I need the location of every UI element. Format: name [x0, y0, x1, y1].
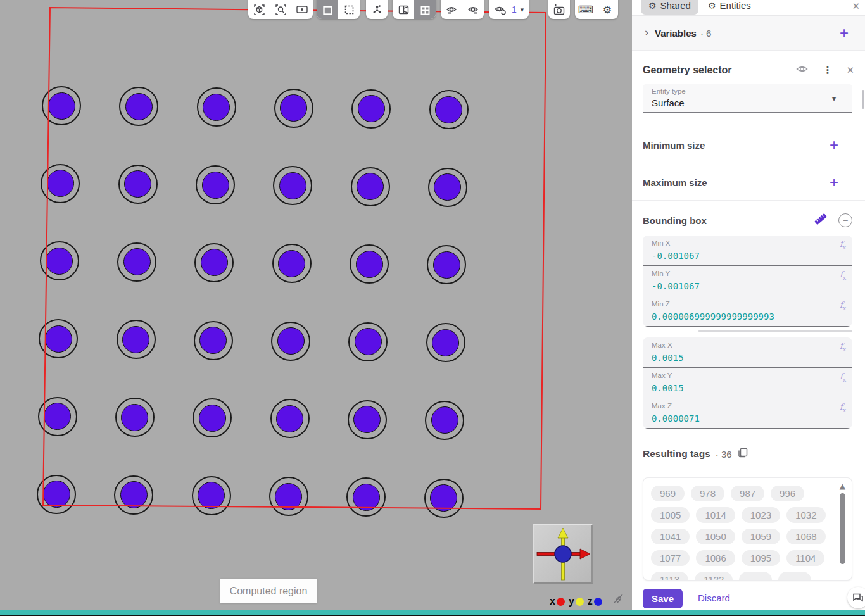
hole-inner-disc[interactable] [199, 327, 227, 354]
visibility-history-icon[interactable] [489, 0, 510, 19]
resulting-tags-list[interactable]: 9699789879961005101410231032104110501059… [643, 477, 852, 581]
hide-selected-icon[interactable] [441, 0, 462, 19]
hole-outer-ring[interactable] [38, 397, 77, 436]
perspective-view-button[interactable] [393, 0, 414, 19]
screenshot-icon[interactable] [548, 0, 570, 19]
bounding-box-field[interactable]: Max Y 0.0015 fx [643, 368, 852, 398]
bounding-box-field[interactable]: Max X 0.0015 fx [643, 337, 852, 368]
tag-chip[interactable]: 1095 [742, 550, 780, 566]
hole-inner-disc[interactable] [199, 405, 226, 432]
hole-outer-ring[interactable] [348, 322, 388, 361]
hole-inner-disc[interactable] [198, 482, 225, 509]
tag-chip[interactable]: 1104 [786, 550, 824, 566]
panel-scrollbar[interactable] [862, 90, 864, 109]
tags-scrollbar[interactable] [840, 493, 845, 564]
transform-gizmo-button[interactable] [366, 0, 388, 19]
hole-inner-disc[interactable] [355, 328, 382, 355]
minz-horizontal-scrollbar[interactable] [698, 330, 852, 332]
hole-outer-ring[interactable] [42, 86, 81, 125]
tag-chip[interactable]: 1041 [651, 529, 690, 544]
hole-inner-disc[interactable] [430, 484, 457, 512]
hole-outer-ring[interactable] [269, 477, 308, 516]
hole-outer-ring[interactable] [346, 477, 386, 517]
tag-chip[interactable]: 1023 [742, 507, 780, 523]
hole-outer-ring[interactable] [272, 244, 312, 283]
hole-outer-ring[interactable] [194, 321, 233, 360]
tag-chip[interactable]: 1059 [742, 529, 780, 544]
visible-layer-count[interactable]: 1 [510, 4, 519, 19]
fit-view-button[interactable] [248, 0, 270, 19]
hole-outer-ring[interactable] [348, 400, 387, 439]
kebab-menu-icon[interactable]: ⋮ [823, 65, 832, 76]
hole-inner-disc[interactable] [432, 329, 459, 356]
hole-outer-ring[interactable] [429, 90, 469, 129]
hole-inner-disc[interactable] [121, 404, 148, 431]
hole-inner-disc[interactable] [46, 248, 73, 275]
hole-inner-disc[interactable] [48, 92, 75, 120]
hole-inner-disc[interactable] [124, 170, 151, 198]
ruler-icon[interactable] [813, 211, 828, 229]
hole-inner-disc[interactable] [280, 94, 307, 122]
hole-outer-ring[interactable] [114, 475, 153, 515]
tag-chip[interactable]: 987 [731, 486, 764, 501]
3d-viewport[interactable]: 1 ▾ ⌨ ⚙ xyz [0, 0, 632, 610]
hole-outer-ring[interactable] [41, 164, 80, 203]
field-value[interactable]: 0.0000071 [652, 413, 700, 424]
hole-inner-disc[interactable] [358, 95, 385, 122]
hole-outer-ring[interactable] [115, 398, 155, 437]
tag-chip[interactable]: 1014 [696, 507, 735, 523]
hole-outer-ring[interactable] [39, 319, 78, 358]
hole-inner-disc[interactable] [44, 403, 71, 430]
close-selector-icon[interactable]: ✕ [846, 65, 854, 76]
copy-tags-icon[interactable] [737, 447, 748, 461]
hole-inner-disc[interactable] [279, 172, 306, 199]
bounding-box-field[interactable]: Max Z 0.0000071 fx [643, 398, 852, 429]
remove-bounding-box-button[interactable]: − [838, 213, 852, 227]
tag-chip[interactable]: 969 [651, 486, 685, 501]
hole-outer-ring[interactable] [197, 87, 236, 127]
zoom-to-selection-button[interactable] [270, 0, 291, 19]
tag-chip[interactable]: 996 [771, 486, 804, 501]
hole-outer-ring[interactable] [426, 323, 465, 362]
center-view-button[interactable] [291, 0, 313, 19]
tag-chip[interactable]: 1068 [786, 529, 825, 544]
add-maximum-size-button[interactable]: + [830, 176, 838, 189]
hole-inner-disc[interactable] [435, 96, 462, 123]
hole-inner-disc[interactable] [276, 405, 303, 432]
field-value[interactable]: 0.0015 [652, 383, 684, 393]
hole-outer-ring[interactable] [351, 89, 391, 129]
chevron-down-icon[interactable]: ▾ [519, 6, 529, 19]
field-value[interactable]: 0.000006999999999999993 [652, 311, 774, 322]
tab-entities[interactable]: ⚙ Entities [700, 0, 759, 15]
tag-chip[interactable]: 1005 [651, 507, 690, 523]
hole-outer-ring[interactable] [37, 475, 76, 514]
tag-chip[interactable]: 1077 [651, 550, 690, 566]
hole-outer-ring[interactable] [427, 245, 466, 284]
scroll-up-icon[interactable]: ▲ [840, 482, 845, 491]
add-variable-button[interactable]: + [840, 27, 849, 39]
tag-chip[interactable]: 1050 [696, 529, 735, 544]
chat-icon[interactable] [847, 587, 865, 608]
tag-chip[interactable]: 978 [691, 486, 724, 501]
hole-outer-ring[interactable] [350, 244, 389, 284]
grid-view-button[interactable] [414, 0, 436, 19]
keyboard-shortcuts-icon[interactable]: ⌨ [575, 0, 597, 19]
hole-outer-ring[interactable] [196, 165, 235, 204]
tag-chip[interactable]: 1086 [696, 550, 735, 566]
orientation-gizmo[interactable] [533, 524, 593, 584]
hole-inner-disc[interactable] [353, 484, 380, 511]
viewport-settings-gear-icon[interactable]: ⚙ [597, 0, 618, 19]
tag-chip-partial[interactable] [778, 572, 811, 581]
hole-inner-disc[interactable] [43, 481, 70, 508]
formula-fx-icon[interactable]: fx [840, 372, 846, 383]
hole-inner-disc[interactable] [125, 93, 153, 120]
hole-inner-disc[interactable] [278, 250, 305, 277]
hole-inner-disc[interactable] [275, 483, 302, 510]
hole-outer-ring[interactable] [118, 165, 158, 204]
hole-inner-disc[interactable] [122, 326, 149, 353]
hole-outer-ring[interactable] [40, 241, 79, 280]
hole-outer-ring[interactable] [271, 322, 310, 361]
hole-inner-disc[interactable] [120, 481, 148, 508]
hole-inner-disc[interactable] [431, 406, 458, 434]
hole-inner-disc[interactable] [45, 325, 72, 353]
